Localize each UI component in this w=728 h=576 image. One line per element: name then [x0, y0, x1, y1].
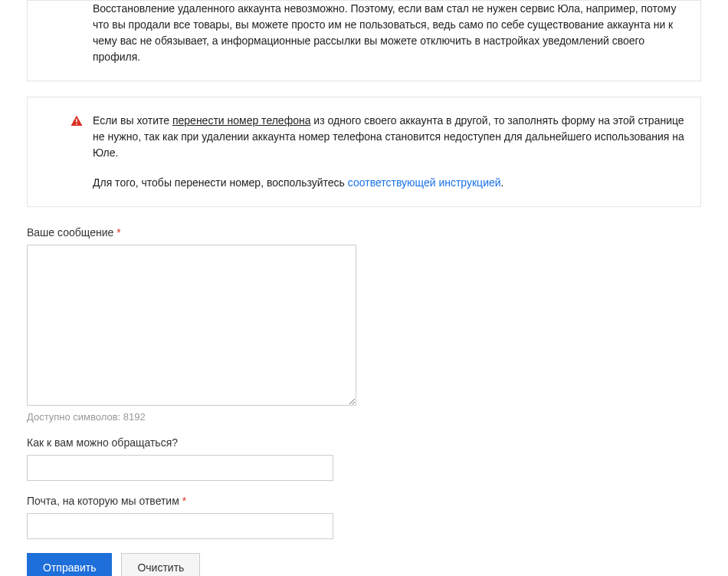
clear-button[interactable]: Очистить	[121, 553, 200, 576]
warning-paragraph-2: Для того, чтобы перенести номер, восполь…	[93, 175, 685, 191]
instruction-link[interactable]: соответствующей инструкцией	[348, 176, 501, 189]
email-label: Почта, на которую мы ответим *	[27, 495, 701, 507]
char-counter-value: 8192	[123, 411, 146, 423]
warning-p1-underlined: перенести номер телефона	[172, 114, 311, 127]
svg-rect-1	[76, 123, 77, 125]
email-input[interactable]	[27, 513, 333, 539]
char-counter: Доступно символов: 8192	[27, 411, 701, 423]
info-box: Восстановление удаленного аккаунта невоз…	[27, 0, 701, 81]
message-textarea[interactable]	[27, 245, 356, 406]
char-counter-prefix: Доступно символов:	[27, 411, 123, 423]
name-label: Как к вам можно обращаться?	[27, 436, 701, 449]
info-text: Восстановление удаленного аккаунта невоз…	[93, 1, 685, 65]
message-form-group: Ваше сообщение * Доступно символов: 8192	[27, 226, 701, 423]
name-input[interactable]	[27, 455, 333, 481]
message-label-text: Ваше сообщение	[27, 226, 113, 239]
button-row: Отправить Очистить	[27, 553, 701, 576]
submit-button[interactable]: Отправить	[27, 553, 112, 576]
warning-paragraph-1: Если вы хотите перенести номер телефона …	[93, 113, 685, 161]
required-mark: *	[116, 226, 120, 239]
warning-p1-prefix: Если вы хотите	[93, 114, 172, 127]
email-form-group: Почта, на которую мы ответим *	[27, 495, 701, 539]
warning-icon	[70, 114, 84, 128]
name-form-group: Как к вам можно обращаться?	[27, 436, 701, 481]
message-label: Ваше сообщение *	[27, 226, 701, 239]
warning-p2-prefix: Для того, чтобы перенести номер, восполь…	[93, 176, 348, 189]
svg-rect-0	[76, 119, 77, 123]
required-mark: *	[182, 495, 186, 507]
email-label-text: Почта, на которую мы ответим	[27, 495, 179, 507]
warning-p2-suffix: .	[501, 176, 504, 189]
warning-box: Если вы хотите перенести номер телефона …	[27, 97, 701, 207]
